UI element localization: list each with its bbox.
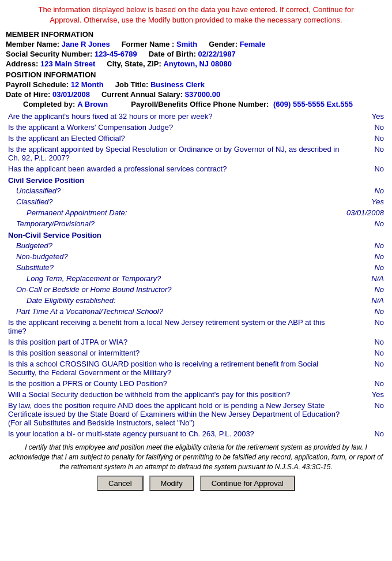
payroll-cell: Payroll Schedule: 12 Month (6, 80, 104, 89)
cancel-button[interactable]: Cancel (97, 476, 143, 491)
cs-item-2: Permanent Appointment Date:03/01/2008 (6, 207, 386, 218)
member-name-cell: Member Name: Jane R Jones (6, 40, 110, 48)
cs-item-answer-0: No (344, 185, 386, 196)
ncs-item-text-6: Part Time At a Vocational/Technical Scho… (6, 306, 344, 317)
address-cell: Address: 123 Main Street (6, 59, 95, 68)
payroll-label: Payroll Schedule: (6, 80, 69, 89)
more-question-text-7: Is your location a bi- or multi-state ag… (6, 428, 344, 439)
civil-service-header: Civil Service Position (6, 174, 386, 185)
question-text-q5: Has the applicant been awarded a profess… (6, 163, 344, 174)
jobtitle-cell: Job Title: Business Clerk (115, 80, 205, 89)
dob-label: Date of Birth: (149, 50, 196, 58)
ncs-item-answer-2: No (344, 262, 386, 273)
question-answer-q5: No (344, 163, 386, 174)
hire-label: Date of Hire: (6, 90, 50, 99)
more-question-row-7: Is your location a bi- or multi-state ag… (6, 428, 386, 439)
more-question-row-6: By law, does the position require AND do… (6, 400, 386, 428)
more-question-text-6: By law, does the position require AND do… (6, 400, 344, 428)
cs-item-0: Unclassified?No (6, 185, 386, 196)
certify-text: I certify that this employee and positio… (8, 443, 384, 472)
question-row-q1: Are the applicant's hours fixed at 32 ho… (6, 111, 386, 122)
continue-button[interactable]: Continue for Approval (200, 476, 295, 491)
button-row: Cancel Modify Continue for Approval (6, 476, 386, 491)
non-civil-service-header-row: Non-Civil Service Position (6, 229, 386, 240)
ncs-item-answer-6: No (344, 306, 386, 317)
ncs-item-4: On-Call or Bedside or Home Bound Instruc… (6, 284, 386, 295)
phone-value: (609) 555-5555 Ext.555 (273, 100, 353, 109)
more-question-row-2: Is this position seasonal or intermitten… (6, 347, 386, 358)
more-question-answer-5: Yes (344, 389, 386, 400)
more-question-row-4: Is the position a PFRS or County LEO Pos… (6, 378, 386, 389)
cs-item-text-2: Permanent Appointment Date: (6, 207, 344, 218)
modify-button[interactable]: Modify (149, 476, 194, 491)
ncs-item-1: Non-budgeted?No (6, 251, 386, 262)
ncs-item-5: Date Eligibility established:N/A (6, 295, 386, 306)
non-civil-service-header: Non-Civil Service Position (6, 229, 386, 240)
position-info-header: POSITION INFORMATION (6, 70, 386, 79)
ncs-item-answer-5: N/A (344, 295, 386, 306)
former-name-cell: Former Name : Smith (122, 40, 198, 48)
question-text-q1: Are the applicant's hours fixed at 32 ho… (6, 111, 344, 122)
cs-item-answer-1: Yes (344, 196, 386, 207)
question-text-q3: Is the applicant an Elected Official? (6, 133, 344, 144)
csz-cell: City, State, ZIP: Anytown, NJ 08080 (107, 59, 232, 68)
cs-item-text-0: Unclassified? (6, 185, 344, 196)
more-question-row-1: Is this position part of JTPA or WIA?No (6, 336, 386, 347)
cs-item-answer-3: No (344, 218, 386, 229)
hire-cell: Date of Hire: 03/01/2008 (6, 90, 90, 99)
more-question-answer-4: No (344, 378, 386, 389)
notice-text: The information displayed below is based… (6, 5, 386, 25)
csz-value: Anytown, NJ 08080 (163, 59, 232, 68)
ncs-item-answer-3: N/A (344, 273, 386, 284)
cs-item-text-3: Temporary/Provisional? (6, 218, 344, 229)
more-question-answer-3: No (344, 358, 386, 378)
question-answer-q1: Yes (344, 111, 386, 122)
salary-cell: Current Annual Salary: $37000.00 (101, 90, 220, 99)
more-question-text-0: Is the applicant receiving a benefit fro… (6, 317, 344, 336)
more-question-row-3: Is this a school CROSSING GUARD position… (6, 358, 386, 378)
qa-table: Are the applicant's hours fixed at 32 ho… (6, 111, 386, 439)
question-row-q3: Is the applicant an Elected Official?No (6, 133, 386, 144)
cs-item-answer-2: 03/01/2008 (344, 207, 386, 218)
member-name-value: Jane R Jones (62, 40, 110, 48)
cs-item-text-1: Classified? (6, 196, 344, 207)
question-row-q2: Is the applicant a Workers' Compensation… (6, 122, 386, 133)
question-answer-q4: No (344, 144, 386, 163)
ncs-item-text-4: On-Call or Bedside or Home Bound Instruc… (6, 284, 344, 295)
ncs-item-answer-4: No (344, 284, 386, 295)
member-info-header: MEMBER INFORMATION (6, 30, 386, 39)
address-value: 123 Main Street (40, 59, 95, 68)
salary-value: $37000.00 (185, 90, 220, 99)
ncs-item-6: Part Time At a Vocational/Technical Scho… (6, 306, 386, 317)
question-row-q5: Has the applicant been awarded a profess… (6, 163, 386, 174)
question-text-q2: Is the applicant a Workers' Compensation… (6, 122, 344, 133)
ssn-label: Social Security Number: (6, 50, 92, 58)
dob-value: 02/22/1987 (198, 50, 236, 58)
ncs-item-text-0: Budgeted? (6, 240, 344, 251)
salary-label: Current Annual Salary: (101, 90, 183, 99)
ncs-item-text-3: Long Term, Replacement or Temporary? (6, 273, 344, 284)
cs-item-3: Temporary/Provisional?No (6, 218, 386, 229)
former-name-label: Former Name : (122, 40, 175, 48)
more-question-answer-2: No (344, 347, 386, 358)
more-question-text-5: Will a Social Security deduction be with… (6, 389, 344, 400)
more-question-text-2: Is this position seasonal or intermitten… (6, 347, 344, 358)
gender-cell: Gender: Female (209, 40, 265, 48)
address-label: Address: (6, 59, 38, 68)
question-row-q4: Is the applicant appointed by Special Re… (6, 144, 386, 163)
ncs-item-text-2: Substitute? (6, 262, 344, 273)
question-answer-q2: No (344, 122, 386, 133)
ncs-item-0: Budgeted?No (6, 240, 386, 251)
question-answer-q3: No (344, 133, 386, 144)
more-question-row-0: Is the applicant receiving a benefit fro… (6, 317, 386, 336)
more-question-row-5: Will a Social Security deduction be with… (6, 389, 386, 400)
ncs-item-2: Substitute?No (6, 262, 386, 273)
phone-label: Payroll/Benefits Office Phone Number: (131, 100, 269, 109)
civil-service-header-row: Civil Service Position (6, 174, 386, 185)
ncs-item-text-1: Non-budgeted? (6, 251, 344, 262)
completed-value: A Brown (77, 100, 108, 109)
member-name-label: Member Name: (6, 40, 59, 48)
jobtitle-value: Business Clerk (150, 80, 205, 89)
jobtitle-label: Job Title: (115, 80, 149, 89)
payroll-value: 12 Month (71, 80, 104, 89)
